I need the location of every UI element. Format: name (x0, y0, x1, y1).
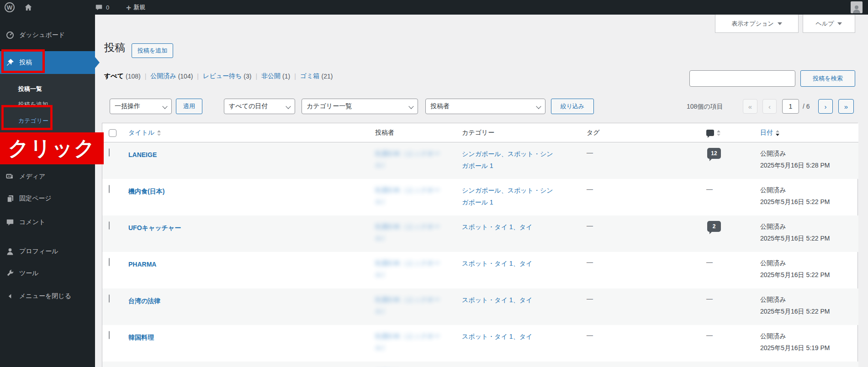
annotation-click-label: クリック (0, 132, 104, 164)
sidebar-item-comments[interactable]: コメント (0, 215, 95, 230)
comment-bubble-icon (706, 130, 714, 136)
post-author-blurred[interactable]: 社員S.M.（ニックネーム） (375, 148, 444, 170)
post-author-blurred[interactable]: 社員S.M.（ニックネーム） (375, 330, 444, 352)
author-filter-select[interactable]: 投稿者 (425, 99, 545, 114)
items-count: 108個の項目 (687, 103, 723, 111)
post-comments: — (706, 258, 713, 266)
column-header-date[interactable]: 日付 (760, 123, 779, 142)
comment-count-badge[interactable]: 12 (707, 148, 721, 159)
post-tags: — (587, 295, 593, 302)
post-date: 公開済み2025年5月16日 5:28 PM (760, 147, 830, 171)
table-row: 台湾の法律 社員S.M.（ニックネーム） スポット・タイ 1、タイ — — 公開… (102, 288, 858, 325)
filter-published[interactable]: 公開済み (104) (150, 72, 193, 80)
search-input[interactable] (689, 70, 795, 87)
posts-table: タイトル 投稿者 カテゴリー タグ 日付 LANEI (102, 123, 858, 367)
sidebar-item-tools[interactable]: ツール (0, 266, 95, 281)
filter-trash[interactable]: ゴミ箱 (21) (300, 72, 333, 80)
select-all-checkbox[interactable] (109, 129, 116, 137)
comment-count-badge[interactable]: 2 (707, 221, 721, 232)
bulk-actions-select[interactable]: 一括操作 (110, 99, 172, 114)
sidebar-item-pages[interactable]: 固定ページ (0, 191, 95, 206)
total-pages: / 6 (803, 103, 810, 110)
row-checkbox[interactable] (109, 258, 110, 266)
profile-icon (5, 247, 15, 256)
post-tags: — (587, 149, 593, 156)
filter-button[interactable]: 絞り込み (551, 99, 594, 114)
pagination-prev-button[interactable]: ‹ (762, 99, 777, 114)
row-checkbox[interactable] (109, 294, 110, 303)
status-filter-links: すべて (108) | 公開済み (104) | レビュー待ち (3) | 非公… (104, 72, 333, 80)
post-title-link[interactable]: PHARMA (128, 261, 156, 268)
post-title-link[interactable]: LANEIGE (128, 151, 157, 158)
filter-pending-review[interactable]: レビュー待ち (3) (203, 72, 251, 80)
apply-button[interactable]: 適用 (176, 99, 202, 114)
sidebar-item-dashboard[interactable]: ダッシュボード (0, 27, 95, 43)
row-checkbox[interactable] (109, 185, 110, 193)
wordpress-logo[interactable]: W (5, 0, 15, 15)
post-date: 公開済み2025年5月16日 5:22 PM (760, 184, 830, 208)
column-header-comments[interactable] (706, 123, 720, 142)
add-post-button[interactable]: 投稿を追加 (132, 43, 173, 58)
post-author-blurred[interactable]: 社員S.M.（ニックネーム） (375, 294, 444, 316)
column-header-category: カテゴリー (462, 123, 494, 142)
pagination-last-button[interactable]: » (838, 99, 854, 114)
post-comments: — (706, 185, 713, 193)
post-title-link[interactable]: UFOキャッチャー (128, 224, 181, 232)
post-date: 公開済み2025年5月16日 5:22 PM (760, 294, 830, 317)
post-categories-link[interactable]: スポット・タイ 1、タイ (462, 330, 555, 342)
chevron-down-icon (778, 22, 782, 25)
tools-icon (5, 269, 15, 278)
screen-options-label: 表示オプション (731, 20, 774, 28)
sidebar-item-label: プロフィール (19, 247, 58, 256)
sidebar-item-profile[interactable]: プロフィール (0, 244, 95, 259)
admin-comments-link[interactable]: 0 (95, 0, 109, 15)
post-categories-link[interactable]: スポット・タイ 1、タイ (462, 294, 555, 306)
annotation-box-posts (1, 49, 45, 73)
row-checkbox[interactable] (109, 148, 110, 157)
post-author-blurred[interactable]: 社員S.M.（ニックネーム） (375, 184, 444, 206)
date-filter-select[interactable]: すべての日付 (224, 99, 295, 114)
post-title-link[interactable]: 台湾の法律 (128, 297, 160, 305)
collapse-arrow-icon (5, 292, 15, 301)
sidebar-item-media[interactable]: メディア (0, 169, 95, 184)
sort-arrows-icon (776, 130, 779, 136)
category-filter-select[interactable]: カテゴリー一覧 (302, 99, 418, 114)
plus-icon: + (126, 3, 131, 12)
row-checkbox[interactable] (109, 221, 110, 230)
column-header-author: 投稿者 (375, 123, 394, 142)
post-categories-link[interactable]: シンガポール、スポット・シンガポール 1 (462, 184, 555, 208)
post-categories-link[interactable]: スポット・タイ 1、タイ (462, 221, 555, 233)
help-button[interactable]: ヘルプ (803, 15, 855, 33)
filter-private[interactable]: 非公開 (1) (261, 72, 290, 80)
submenu-item-all-posts[interactable]: 投稿一覧 (0, 82, 95, 96)
comments-icon (5, 218, 15, 227)
screen-options-button[interactable]: 表示オプション (715, 15, 799, 33)
active-menu-arrow (95, 57, 100, 68)
media-icon (5, 172, 15, 181)
row-checkbox[interactable] (109, 331, 110, 339)
filter-all[interactable]: すべて (108) (104, 72, 141, 80)
pagination-next-button[interactable]: › (818, 99, 833, 114)
post-date: 公開済み2025年5月16日 5:22 PM (760, 220, 830, 244)
user-avatar[interactable] (851, 1, 863, 13)
site-home-link[interactable] (24, 0, 33, 15)
table-row: UFOキャッチャー 社員S.M.（ニックネーム） スポット・タイ 1、タイ — … (102, 215, 858, 252)
search-posts-button[interactable]: 投稿を検索 (800, 70, 855, 87)
post-tags: — (587, 222, 593, 229)
help-label: ヘルプ (816, 20, 834, 28)
sidebar-item-label: ダッシュボード (19, 31, 65, 39)
sidebar-collapse-button[interactable]: メニューを閉じる (0, 288, 95, 304)
post-title-link[interactable]: 韓国料理 (128, 334, 154, 342)
post-author-blurred[interactable]: 社員S.M.（ニックネーム） (375, 257, 444, 279)
post-categories-link[interactable]: スポット・タイ 1、タイ (462, 257, 555, 269)
pages-icon (5, 194, 15, 203)
column-header-title[interactable]: タイトル (128, 123, 161, 142)
post-categories-link[interactable]: シンガポール、スポット・シンガポール 1 (462, 148, 555, 172)
pagination-first-button[interactable]: « (743, 99, 757, 114)
post-author-blurred[interactable]: 社員S.M.（ニックネーム） (375, 221, 444, 243)
new-content-button[interactable]: + 新規 (126, 0, 145, 15)
annotation-box-categories (1, 105, 53, 130)
post-title-link[interactable]: 機内食(日本) (128, 188, 164, 196)
sidebar-item-label: ツール (19, 269, 39, 278)
current-page-input[interactable] (782, 99, 799, 114)
